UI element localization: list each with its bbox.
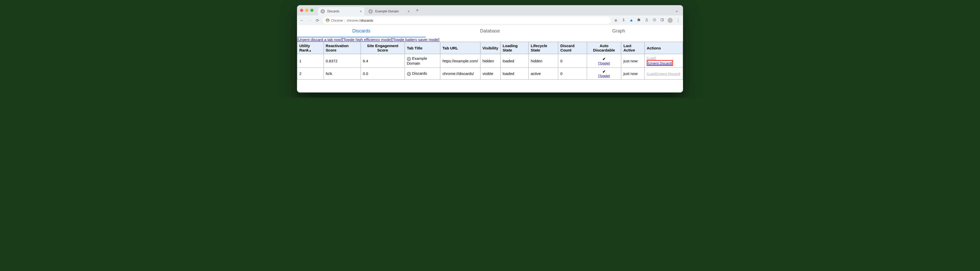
tab-title: Example Domain <box>375 10 406 13</box>
check-icon: ✔ <box>603 57 606 61</box>
share-icon[interactable] <box>621 18 626 23</box>
tab-title: Discards <box>327 10 358 13</box>
cell-auto-discardable: ✔[Toggle] <box>587 68 621 80</box>
cell-engagement: 0.0 <box>361 68 404 80</box>
new-tab-button[interactable]: + <box>414 8 421 13</box>
cell-visibility: hidden <box>480 54 500 68</box>
cell-actions: [Load][Urgent Discard] <box>645 68 683 80</box>
update-icon[interactable] <box>652 18 657 23</box>
col-discard-count[interactable]: Discard Count <box>558 42 587 54</box>
sort-asc-icon: ▲ <box>309 49 312 52</box>
cell-lifecycle: active <box>528 68 558 80</box>
urgent-discard-action-link: [Urgent Discard] <box>656 72 680 76</box>
toggle-high-efficiency-link[interactable]: [Toggle high efficiency mode] <box>342 37 392 42</box>
load-action-link: [Load] <box>647 56 656 60</box>
close-window-button[interactable] <box>300 9 303 12</box>
col-last-active[interactable]: Last Active <box>621 42 645 54</box>
discards-table: Utility Rank▲ Reactivation Score Site En… <box>297 42 683 80</box>
cell-last-active: just now <box>621 54 645 68</box>
urgent-discard-now-link[interactable]: [Urgent discard a tab now] <box>297 37 342 42</box>
table-row: 10.83726.4Example Domainhttps://example.… <box>297 54 683 68</box>
toolbar-right-icons: ⊕ ★ ⋮ <box>614 18 681 23</box>
tab-title-text: Discards <box>412 71 427 75</box>
menu-icon[interactable]: ⋮ <box>676 18 681 23</box>
traffic-lights <box>300 9 313 12</box>
address-bar[interactable]: Chrome | chrome://discards <box>323 17 611 24</box>
cell-discard-count: 0 <box>558 68 587 80</box>
col-visibility[interactable]: Visibility <box>480 42 500 54</box>
globe-icon <box>369 9 373 13</box>
reload-icon[interactable]: ⟳ <box>315 18 320 23</box>
col-site-engagement[interactable]: Site Engagement Score <box>361 42 404 54</box>
page-tab-discards[interactable]: Discards <box>297 25 426 37</box>
globe-icon <box>407 57 411 61</box>
svg-rect-3 <box>661 19 664 21</box>
profile-avatar-icon[interactable] <box>668 18 673 23</box>
check-icon: ✔ <box>603 69 606 74</box>
page-tabs: Discards Database Graph <box>297 25 683 37</box>
col-auto-discardable[interactable]: Auto Discardable <box>587 42 621 54</box>
browser-toolbar: ← → ⟳ Chrome | chrome://discards ⊕ ★ <box>297 16 683 25</box>
col-reactivation-score[interactable]: Reactivation Score <box>323 42 361 54</box>
cell-visibility: visible <box>480 68 500 80</box>
bookmark-star-icon[interactable]: ★ <box>629 18 633 23</box>
minimize-window-button[interactable] <box>305 9 308 12</box>
col-lifecycle-state[interactable]: Lifecycle State <box>528 42 558 54</box>
cell-actions: [Load][Urgent Discard] <box>645 54 683 68</box>
col-utility-rank[interactable]: Utility Rank▲ <box>297 42 324 54</box>
cell-tab-url: chrome://discards/ <box>440 68 480 80</box>
load-action-link: [Load] <box>647 72 656 76</box>
cell-auto-discardable: ✔[Toggle] <box>587 54 621 68</box>
chrome-logo-icon <box>326 19 329 22</box>
sidepanel-icon[interactable] <box>660 18 665 23</box>
browser-tab-inactive[interactable]: Example Domain × <box>366 7 412 16</box>
cell-last-active: just now <box>621 68 645 80</box>
cell-tab-url: https://example.com/ <box>440 54 480 68</box>
cell-loading: loaded <box>501 68 528 80</box>
maximize-window-button[interactable] <box>310 9 313 12</box>
labs-icon[interactable] <box>644 18 649 23</box>
cell-discard-count: 0 <box>558 54 587 68</box>
col-loading-state[interactable]: Loading State <box>501 42 528 54</box>
page-tab-graph[interactable]: Graph <box>554 25 683 37</box>
forward-icon[interactable]: → <box>307 18 312 23</box>
col-tab-title[interactable]: Tab Title <box>405 42 440 54</box>
table-row: 2N/A0.0Discardschrome://discards/visible… <box>297 68 683 80</box>
close-tab-icon[interactable]: × <box>408 9 410 13</box>
address-chrome-label: Chrome <box>331 19 343 22</box>
browser-tab-active[interactable]: Discards × <box>318 7 364 16</box>
cell-tab-title: Example Domain <box>405 54 440 68</box>
col-actions[interactable]: Actions <box>645 42 683 54</box>
globe-icon <box>407 72 411 76</box>
address-url-bold: discards <box>361 19 373 22</box>
top-action-links: [Urgent discard a tab now][Toggle high e… <box>297 37 683 42</box>
back-icon[interactable]: ← <box>299 18 304 23</box>
urgent-discard-highlight: [Urgent Discard] <box>647 60 673 66</box>
toggle-battery-saver-link[interactable]: [Toggle battery saver mode] <box>392 37 439 42</box>
cell-loading: loaded <box>501 54 528 68</box>
page-tab-database[interactable]: Database <box>426 25 554 37</box>
cell-lifecycle: hidden <box>528 54 558 68</box>
close-tab-icon[interactable]: × <box>360 9 362 13</box>
cell-tab-title: Discards <box>405 68 440 80</box>
urgent-discard-action-link[interactable]: [Urgent Discard] <box>648 61 672 65</box>
toggle-auto-discardable-link[interactable]: [Toggle] <box>589 61 619 65</box>
tabs-dropdown-icon[interactable]: ⌄ <box>675 8 680 13</box>
cell-reactivation: N/A <box>323 68 361 80</box>
cell-rank: 1 <box>297 54 324 68</box>
cell-reactivation: 0.8372 <box>323 54 361 68</box>
col-tab-url[interactable]: Tab URL <box>440 42 480 54</box>
globe-icon <box>321 9 325 13</box>
address-url-prefix: chrome:// <box>347 19 361 22</box>
zoom-icon[interactable]: ⊕ <box>614 18 618 22</box>
cell-rank: 2 <box>297 68 324 80</box>
titlebar: Discards × Example Domain × + ⌄ <box>297 5 683 16</box>
browser-window: Discards × Example Domain × + ⌄ ← → ⟳ Ch… <box>297 5 683 92</box>
toggle-auto-discardable-link[interactable]: [Toggle] <box>589 74 619 78</box>
extensions-icon[interactable] <box>637 18 641 23</box>
page-content: Discards Database Graph [Urgent discard … <box>297 25 683 92</box>
cell-engagement: 6.4 <box>361 54 404 68</box>
